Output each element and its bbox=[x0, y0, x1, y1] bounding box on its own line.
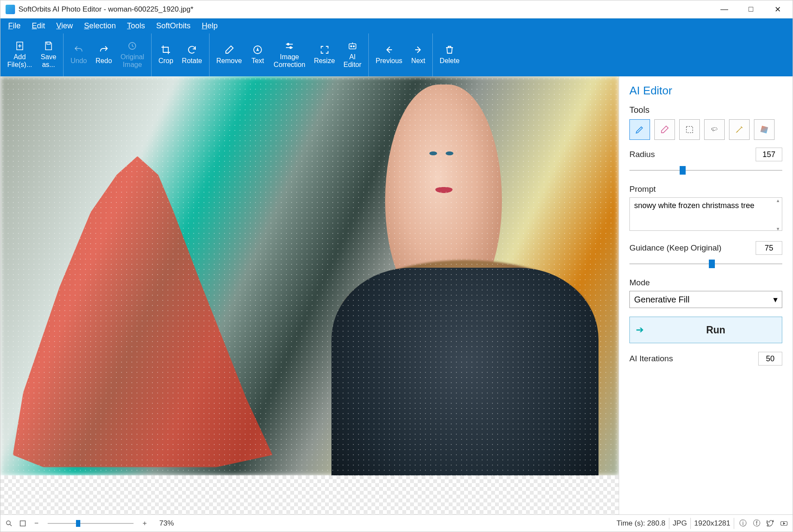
facebook-icon[interactable]: ⓕ bbox=[751, 518, 762, 529]
trash-icon bbox=[444, 44, 455, 55]
ai-icon bbox=[347, 40, 358, 51]
original-image-button[interactable]: Original Image bbox=[116, 33, 149, 76]
canvas-transparent-area bbox=[0, 475, 619, 514]
arrow-left-icon bbox=[383, 44, 395, 55]
menubar: File Edit View Selection Tools SoftOrbit… bbox=[0, 18, 793, 33]
svg-rect-3 bbox=[47, 42, 50, 44]
crop-button[interactable]: Crop bbox=[154, 33, 178, 76]
guidance-slider[interactable] bbox=[629, 258, 782, 269]
rotate-icon bbox=[186, 44, 197, 55]
time-elapsed: Time (s): 280.8 bbox=[617, 519, 665, 528]
minimize-button[interactable]: — bbox=[711, 0, 738, 18]
zoom-percent: 73% bbox=[159, 519, 174, 528]
rectangle-select-button[interactable] bbox=[679, 119, 700, 140]
lasso-tool-button[interactable] bbox=[704, 119, 725, 140]
redo-button[interactable]: Redo bbox=[91, 33, 116, 76]
radius-label: Radius bbox=[629, 150, 655, 159]
zoom-in-icon[interactable]: + bbox=[140, 518, 150, 529]
undo-button[interactable]: Undo bbox=[66, 33, 91, 76]
mode-field: Mode Generative Fill ▾ bbox=[629, 278, 782, 308]
canvas-area bbox=[0, 76, 619, 514]
zoom-slider[interactable] bbox=[48, 519, 134, 528]
menu-view[interactable]: View bbox=[52, 20, 77, 32]
iterations-label: AI Iterations bbox=[629, 354, 673, 363]
menu-file[interactable]: File bbox=[4, 20, 25, 32]
run-button[interactable]: ➔ Run bbox=[629, 317, 782, 343]
save-as-button[interactable]: Saveas... bbox=[36, 33, 61, 76]
maximize-button[interactable]: □ bbox=[738, 0, 764, 18]
guidance-label: Guidance (Keep Original) bbox=[629, 243, 721, 253]
chevron-down-icon: ▾ bbox=[773, 294, 778, 305]
svg-rect-10 bbox=[349, 44, 356, 49]
svg-rect-18 bbox=[20, 521, 25, 526]
svg-point-16 bbox=[6, 521, 10, 525]
close-button[interactable]: ✕ bbox=[764, 0, 791, 18]
svg-point-12 bbox=[350, 46, 352, 47]
crop-icon bbox=[160, 44, 171, 55]
mode-select[interactable]: Generative Fill ▾ bbox=[629, 291, 782, 308]
history-icon bbox=[127, 40, 138, 51]
rotate-button[interactable]: Rotate bbox=[178, 33, 207, 76]
eraser-tool-button[interactable] bbox=[654, 119, 675, 140]
delete-button[interactable]: Delete bbox=[435, 33, 464, 76]
previous-button[interactable]: Previous bbox=[371, 33, 407, 76]
toolbar: Add File(s)... Saveas... Undo Redo Origi… bbox=[0, 33, 793, 76]
save-icon bbox=[43, 40, 54, 51]
guidance-field: Guidance (Keep Original) 75 bbox=[629, 241, 782, 269]
svg-point-9 bbox=[290, 47, 292, 48]
run-label: Run bbox=[650, 324, 782, 336]
resize-button[interactable]: Resize bbox=[310, 33, 339, 76]
side-panel: AI Editor Tools Radius 157 Prompt ▲ bbox=[619, 76, 793, 514]
gradient-tool-button[interactable] bbox=[754, 119, 775, 140]
prompt-input[interactable] bbox=[629, 197, 782, 231]
fit-screen-icon[interactable] bbox=[18, 518, 28, 529]
spin-up-icon[interactable]: ▲ bbox=[775, 198, 781, 203]
add-files-button[interactable]: Add File(s)... bbox=[3, 33, 36, 76]
titlebar: SoftOrbits AI Photo Editor - woman-60022… bbox=[0, 0, 793, 18]
radius-field: Radius 157 bbox=[629, 148, 782, 176]
twitter-icon[interactable] bbox=[765, 518, 775, 529]
zoom-actual-icon[interactable] bbox=[4, 518, 14, 529]
youtube-icon[interactable] bbox=[779, 518, 789, 529]
remove-button[interactable]: Remove bbox=[212, 33, 246, 76]
undo-icon bbox=[73, 44, 84, 55]
sliders-icon bbox=[284, 40, 295, 51]
iterations-value[interactable]: 50 bbox=[758, 352, 782, 366]
svg-point-13 bbox=[353, 46, 354, 47]
text-icon bbox=[252, 44, 263, 55]
prompt-field: Prompt ▲ ▼ bbox=[629, 184, 782, 233]
image-format: JPG bbox=[673, 519, 687, 528]
redo-icon bbox=[98, 44, 109, 55]
mode-label: Mode bbox=[629, 278, 782, 287]
image-canvas[interactable] bbox=[0, 76, 619, 475]
arrow-right-icon bbox=[413, 44, 424, 55]
guidance-value[interactable]: 75 bbox=[756, 241, 782, 255]
spin-down-icon[interactable]: ▼ bbox=[775, 227, 781, 232]
menu-tools[interactable]: Tools bbox=[123, 20, 149, 32]
radius-value[interactable]: 157 bbox=[756, 148, 782, 161]
prompt-label: Prompt bbox=[629, 184, 782, 194]
menu-help[interactable]: Help bbox=[197, 20, 222, 32]
eraser-icon bbox=[224, 44, 235, 55]
brush-tool-button[interactable] bbox=[629, 119, 650, 140]
tools-label: Tools bbox=[629, 105, 782, 115]
run-arrow-icon: ➔ bbox=[630, 324, 650, 336]
add-file-icon bbox=[14, 40, 25, 51]
menu-selection[interactable]: Selection bbox=[80, 20, 120, 32]
ai-editor-button[interactable]: AI Editor bbox=[339, 33, 366, 76]
window-controls: — □ ✕ bbox=[711, 0, 791, 18]
tool-buttons-row bbox=[629, 119, 782, 140]
statusbar: − + 73% Time (s): 280.8 JPG 1920x1281 ⓘ … bbox=[0, 514, 793, 532]
text-button[interactable]: Text bbox=[246, 33, 269, 76]
radius-slider[interactable] bbox=[629, 165, 782, 176]
magic-wand-button[interactable] bbox=[729, 119, 750, 140]
image-dimensions: 1920x1281 bbox=[694, 519, 730, 528]
menu-edit[interactable]: Edit bbox=[27, 20, 49, 32]
image-correction-button[interactable]: Image Correction bbox=[269, 33, 310, 76]
menu-softorbits[interactable]: SoftOrbits bbox=[152, 20, 195, 32]
next-button[interactable]: Next bbox=[407, 33, 430, 76]
svg-point-8 bbox=[287, 43, 289, 45]
zoom-out-icon[interactable]: − bbox=[31, 518, 42, 529]
info-icon[interactable]: ⓘ bbox=[738, 518, 748, 529]
panel-title: AI Editor bbox=[629, 84, 782, 97]
